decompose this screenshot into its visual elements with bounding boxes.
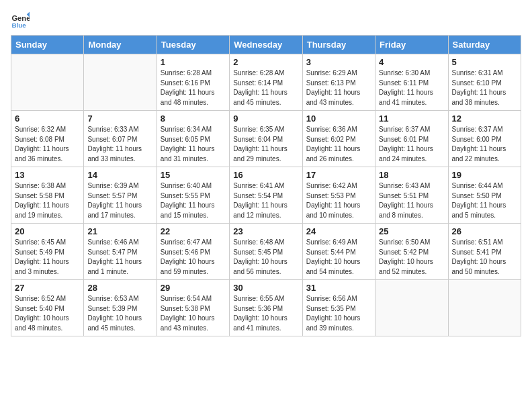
day-info: Sunrise: 6:49 AM Sunset: 5:44 PM Dayligh… — [306, 238, 371, 277]
day-number: 14 — [87, 170, 152, 180]
day-info: Sunrise: 6:30 AM Sunset: 6:11 PM Dayligh… — [379, 68, 444, 107]
day-number: 27 — [15, 283, 80, 293]
column-header-wednesday: Wednesday — [230, 36, 302, 54]
day-number: 29 — [161, 283, 226, 293]
day-number: 31 — [306, 283, 371, 293]
day-info: Sunrise: 6:44 AM Sunset: 5:50 PM Dayligh… — [452, 181, 517, 220]
column-header-sunday: Sunday — [11, 36, 84, 54]
day-info: Sunrise: 6:40 AM Sunset: 5:55 PM Dayligh… — [161, 181, 226, 220]
calendar-cell: 23Sunrise: 6:48 AM Sunset: 5:45 PM Dayli… — [230, 224, 302, 280]
day-info: Sunrise: 6:34 AM Sunset: 6:05 PM Dayligh… — [161, 125, 226, 164]
day-number: 4 — [379, 57, 444, 67]
calendar-cell: 8Sunrise: 6:34 AM Sunset: 6:05 PM Daylig… — [157, 111, 229, 167]
calendar-cell: 22Sunrise: 6:47 AM Sunset: 5:46 PM Dayli… — [157, 224, 229, 280]
day-info: Sunrise: 6:29 AM Sunset: 6:13 PM Dayligh… — [306, 68, 371, 107]
day-number: 20 — [15, 226, 80, 236]
calendar-header-row: SundayMondayTuesdayWednesdayThursdayFrid… — [11, 36, 521, 54]
week-row-2: 6Sunrise: 6:32 AM Sunset: 6:08 PM Daylig… — [11, 111, 521, 167]
day-info: Sunrise: 6:53 AM Sunset: 5:39 PM Dayligh… — [87, 294, 152, 333]
calendar-cell: 7Sunrise: 6:33 AM Sunset: 6:07 PM Daylig… — [84, 111, 157, 167]
calendar-cell: 1Sunrise: 6:28 AM Sunset: 6:16 PM Daylig… — [157, 54, 229, 111]
day-info: Sunrise: 6:48 AM Sunset: 5:45 PM Dayligh… — [233, 238, 298, 277]
calendar-cell: 24Sunrise: 6:49 AM Sunset: 5:44 PM Dayli… — [302, 224, 375, 280]
day-info: Sunrise: 6:33 AM Sunset: 6:07 PM Dayligh… — [87, 125, 152, 164]
page-header: General Blue — [11, 11, 521, 30]
calendar-cell: 11Sunrise: 6:37 AM Sunset: 6:01 PM Dayli… — [375, 111, 448, 167]
day-number: 11 — [379, 113, 444, 124]
calendar-cell: 31Sunrise: 6:56 AM Sunset: 5:35 PM Dayli… — [302, 280, 375, 336]
week-row-1: 1Sunrise: 6:28 AM Sunset: 6:16 PM Daylig… — [11, 54, 521, 111]
column-header-tuesday: Tuesday — [157, 36, 229, 54]
calendar-cell: 6Sunrise: 6:32 AM Sunset: 6:08 PM Daylig… — [11, 111, 84, 167]
day-number: 6 — [15, 113, 80, 124]
day-number: 30 — [233, 283, 298, 293]
calendar-cell: 16Sunrise: 6:41 AM Sunset: 5:54 PM Dayli… — [230, 167, 302, 224]
week-row-4: 20Sunrise: 6:45 AM Sunset: 5:49 PM Dayli… — [11, 224, 521, 280]
day-number: 10 — [306, 113, 371, 124]
logo-icon: General Blue — [11, 11, 30, 30]
calendar-cell: 17Sunrise: 6:42 AM Sunset: 5:53 PM Dayli… — [302, 167, 375, 224]
day-number: 8 — [161, 113, 226, 124]
day-info: Sunrise: 6:43 AM Sunset: 5:51 PM Dayligh… — [379, 181, 444, 220]
day-number: 7 — [87, 113, 152, 124]
calendar-cell: 18Sunrise: 6:43 AM Sunset: 5:51 PM Dayli… — [375, 167, 448, 224]
calendar-cell: 3Sunrise: 6:29 AM Sunset: 6:13 PM Daylig… — [302, 54, 375, 111]
day-info: Sunrise: 6:42 AM Sunset: 5:53 PM Dayligh… — [306, 181, 371, 220]
calendar-cell: 20Sunrise: 6:45 AM Sunset: 5:49 PM Dayli… — [11, 224, 84, 280]
day-info: Sunrise: 6:50 AM Sunset: 5:42 PM Dayligh… — [379, 238, 444, 277]
calendar-cell: 9Sunrise: 6:35 AM Sunset: 6:04 PM Daylig… — [230, 111, 302, 167]
week-row-5: 27Sunrise: 6:52 AM Sunset: 5:40 PM Dayli… — [11, 280, 521, 336]
day-info: Sunrise: 6:38 AM Sunset: 5:58 PM Dayligh… — [15, 181, 80, 220]
calendar-cell: 28Sunrise: 6:53 AM Sunset: 5:39 PM Dayli… — [84, 280, 157, 336]
day-number: 24 — [306, 226, 371, 236]
day-info: Sunrise: 6:37 AM Sunset: 6:01 PM Dayligh… — [379, 125, 444, 164]
calendar-cell — [11, 54, 84, 111]
day-number: 18 — [379, 170, 444, 180]
day-number: 16 — [233, 170, 298, 180]
calendar-cell: 14Sunrise: 6:39 AM Sunset: 5:57 PM Dayli… — [84, 167, 157, 224]
calendar-cell: 5Sunrise: 6:31 AM Sunset: 6:10 PM Daylig… — [448, 54, 521, 111]
calendar-cell — [84, 54, 157, 111]
calendar-cell: 25Sunrise: 6:50 AM Sunset: 5:42 PM Dayli… — [375, 224, 448, 280]
day-number: 12 — [452, 113, 517, 124]
calendar-cell: 21Sunrise: 6:46 AM Sunset: 5:47 PM Dayli… — [84, 224, 157, 280]
day-info: Sunrise: 6:51 AM Sunset: 5:41 PM Dayligh… — [452, 238, 517, 277]
calendar-cell: 30Sunrise: 6:55 AM Sunset: 5:36 PM Dayli… — [230, 280, 302, 336]
day-info: Sunrise: 6:36 AM Sunset: 6:02 PM Dayligh… — [306, 125, 371, 164]
day-number: 28 — [87, 283, 152, 293]
day-info: Sunrise: 6:47 AM Sunset: 5:46 PM Dayligh… — [161, 238, 226, 277]
day-info: Sunrise: 6:39 AM Sunset: 5:57 PM Dayligh… — [87, 181, 152, 220]
day-number: 21 — [87, 226, 152, 236]
calendar-cell: 26Sunrise: 6:51 AM Sunset: 5:41 PM Dayli… — [448, 224, 521, 280]
day-number: 15 — [161, 170, 226, 180]
column-header-saturday: Saturday — [448, 36, 521, 54]
day-number: 19 — [452, 170, 517, 180]
day-number: 3 — [306, 57, 371, 67]
column-header-friday: Friday — [375, 36, 448, 54]
day-number: 5 — [452, 57, 517, 67]
calendar-table: SundayMondayTuesdayWednesdayThursdayFrid… — [11, 35, 521, 336]
calendar-cell — [448, 280, 521, 336]
day-info: Sunrise: 6:28 AM Sunset: 6:14 PM Dayligh… — [233, 68, 298, 107]
calendar-cell: 13Sunrise: 6:38 AM Sunset: 5:58 PM Dayli… — [11, 167, 84, 224]
day-number: 13 — [15, 170, 80, 180]
calendar-cell: 27Sunrise: 6:52 AM Sunset: 5:40 PM Dayli… — [11, 280, 84, 336]
day-info: Sunrise: 6:46 AM Sunset: 5:47 PM Dayligh… — [87, 238, 152, 277]
week-row-3: 13Sunrise: 6:38 AM Sunset: 5:58 PM Dayli… — [11, 167, 521, 224]
day-info: Sunrise: 6:52 AM Sunset: 5:40 PM Dayligh… — [15, 294, 80, 333]
day-info: Sunrise: 6:37 AM Sunset: 6:00 PM Dayligh… — [452, 125, 517, 164]
day-number: 1 — [161, 57, 226, 67]
day-info: Sunrise: 6:55 AM Sunset: 5:36 PM Dayligh… — [233, 294, 298, 333]
day-info: Sunrise: 6:56 AM Sunset: 5:35 PM Dayligh… — [306, 294, 371, 333]
day-info: Sunrise: 6:45 AM Sunset: 5:49 PM Dayligh… — [15, 238, 80, 277]
day-number: 22 — [161, 226, 226, 236]
calendar-cell: 12Sunrise: 6:37 AM Sunset: 6:00 PM Dayli… — [448, 111, 521, 167]
calendar-cell: 15Sunrise: 6:40 AM Sunset: 5:55 PM Dayli… — [157, 167, 229, 224]
calendar-cell: 10Sunrise: 6:36 AM Sunset: 6:02 PM Dayli… — [302, 111, 375, 167]
day-info: Sunrise: 6:32 AM Sunset: 6:08 PM Dayligh… — [15, 125, 80, 164]
day-info: Sunrise: 6:41 AM Sunset: 5:54 PM Dayligh… — [233, 181, 298, 220]
day-number: 23 — [233, 226, 298, 236]
calendar-cell — [375, 280, 448, 336]
day-info: Sunrise: 6:28 AM Sunset: 6:16 PM Dayligh… — [161, 68, 226, 107]
calendar-cell: 4Sunrise: 6:30 AM Sunset: 6:11 PM Daylig… — [375, 54, 448, 111]
